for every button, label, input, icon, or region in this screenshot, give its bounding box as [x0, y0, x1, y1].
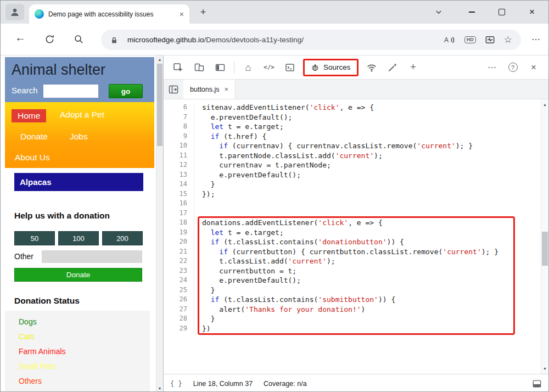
line-number[interactable]: 8	[164, 122, 194, 132]
code-text[interactable]: if (t.href) {	[194, 132, 266, 142]
alpacas-banner[interactable]: Alpacas	[14, 173, 143, 191]
search-icon[interactable]	[74, 34, 84, 44]
code-text[interactable]: if (currentbutton) { currentbutton.class…	[194, 247, 498, 257]
code-text[interactable]: e.preventDefault();	[194, 170, 301, 180]
page-scrollbar[interactable]: ▲ ▼	[156, 55, 163, 392]
line-number[interactable]: 26	[164, 295, 194, 305]
maximize-button[interactable]	[492, 1, 511, 24]
scroll-down-icon[interactable]: ▼	[156, 387, 163, 390]
line-number[interactable]: 28	[164, 314, 194, 324]
line-number[interactable]: 7	[164, 113, 194, 122]
site-search-input[interactable]	[43, 85, 98, 98]
tab-network-icon[interactable]	[363, 59, 380, 76]
window-close-button[interactable]: ×	[523, 1, 541, 24]
address-bar[interactable]: microsoftedge.github.io/Demos/devtools-a…	[101, 30, 521, 50]
pretty-print-icon[interactable]: { }	[170, 380, 182, 388]
favorites-star-icon[interactable]: ☆	[504, 35, 512, 44]
line-number[interactable]: 18	[164, 218, 194, 228]
inspect-icon[interactable]	[170, 59, 187, 76]
line-number[interactable]: 24	[164, 276, 194, 285]
back-button[interactable]: ←	[15, 31, 26, 44]
line-number[interactable]: 19	[164, 228, 194, 238]
devtools-close-icon[interactable]: ×	[525, 59, 542, 76]
line-number[interactable]: 13	[164, 170, 194, 180]
code-text[interactable]: });	[194, 189, 215, 199]
line-number[interactable]: 27	[164, 305, 194, 315]
code-text[interactable]: e.preventDefault();	[194, 276, 301, 285]
code-text[interactable]: let t = e.target;	[194, 228, 284, 238]
layout-panel-icon[interactable]	[212, 59, 228, 76]
hd-icon[interactable]: HD	[464, 36, 476, 43]
code-text[interactable]: }	[194, 285, 215, 295]
browser-menu-icon[interactable]: ⋯	[531, 34, 540, 44]
editor-scrollbar[interactable]: ▲ ▼	[541, 100, 548, 374]
scroll-up-icon[interactable]: ▲	[156, 58, 163, 61]
editor-scroll-up-icon[interactable]: ▲	[541, 103, 548, 107]
donation-amount-50[interactable]: 50	[14, 231, 55, 245]
donation-amount-100[interactable]: 100	[58, 231, 99, 245]
line-number[interactable]: 20	[164, 237, 194, 247]
line-number[interactable]: 16	[164, 199, 194, 209]
wand-icon[interactable]	[384, 59, 401, 76]
code-text[interactable]: sitenav.addEventListener('click', e => {	[194, 103, 374, 113]
tab-welcome-home-icon[interactable]: ⌂	[240, 59, 256, 76]
line-number[interactable]: 21	[164, 247, 194, 257]
tab-console-icon[interactable]	[282, 59, 298, 76]
nav-item-jobs[interactable]: Jobs	[70, 132, 88, 142]
code-text[interactable]: t.classList.add('current');	[194, 256, 335, 266]
code-text[interactable]: let t = e.target;	[194, 122, 284, 132]
dock-icon[interactable]	[532, 379, 542, 389]
devtools-menu-icon[interactable]: ⋯	[484, 59, 500, 76]
refresh-button[interactable]	[44, 34, 55, 44]
line-number[interactable]: 17	[164, 209, 194, 219]
code-text[interactable]: })	[194, 324, 211, 334]
line-number[interactable]: 6	[164, 103, 194, 113]
code-text[interactable]: currentbutton = t;	[194, 266, 296, 276]
line-number[interactable]: 23	[164, 266, 194, 276]
browser-essentials-icon[interactable]	[485, 35, 495, 45]
code-text[interactable]: alert('Thanks for your donation!')	[194, 305, 365, 315]
line-number[interactable]: 29	[164, 324, 194, 334]
tab-elements-icon[interactable]: </>	[261, 59, 277, 76]
line-number[interactable]: 25	[164, 285, 194, 295]
device-toolbar-icon[interactable]	[191, 59, 208, 76]
more-tabs-plus-icon[interactable]: +	[405, 59, 422, 76]
code-text[interactable]: donations.addEventListener('click', e =>…	[194, 218, 383, 228]
line-number[interactable]: 22	[164, 256, 194, 266]
nav-item-home[interactable]: Home	[12, 109, 46, 122]
nav-item-donate[interactable]: Donate	[20, 132, 48, 142]
line-number[interactable]: 11	[164, 151, 194, 161]
profile-avatar[interactable]	[5, 4, 24, 20]
code-text[interactable]: t.parentNode.classList.add('current');	[194, 151, 383, 161]
code-text[interactable]: if (t.classList.contains('donationbutton…	[194, 237, 404, 247]
navigator-toggle-icon[interactable]	[164, 80, 183, 99]
code-text[interactable]: if (t.classList.contains('submitbutton')…	[194, 295, 395, 305]
code-text[interactable]: }	[194, 180, 215, 189]
line-number[interactable]: 12	[164, 160, 194, 170]
page-scroll-thumb[interactable]	[157, 64, 163, 146]
line-number[interactable]: 14	[164, 180, 194, 189]
file-tab-buttons-js[interactable]: buttons.js ×	[183, 80, 236, 99]
help-icon[interactable]: ?	[505, 59, 521, 76]
new-tab-button[interactable]: +	[196, 5, 210, 19]
code-text[interactable]: }	[194, 314, 215, 324]
editor-scroll-thumb[interactable]	[542, 232, 548, 266]
nav-item-adopt-a-pet[interactable]: Adopt a Pet	[60, 110, 104, 120]
line-number[interactable]: 9	[164, 132, 194, 142]
tab-sources[interactable]: Sources	[303, 59, 358, 76]
code-text[interactable]: e.preventDefault();	[194, 113, 292, 122]
file-tab-close-icon[interactable]: ×	[225, 85, 229, 93]
search-go-button[interactable]: go	[109, 84, 143, 98]
donate-button[interactable]: Donate	[14, 268, 142, 282]
read-aloud-icon[interactable]: A	[444, 35, 456, 44]
donation-amount-200[interactable]: 200	[102, 231, 143, 245]
line-number[interactable]: 10	[164, 141, 194, 151]
code-text[interactable]: if (currentnav) { currentnav.classList.r…	[194, 141, 473, 151]
other-amount-input[interactable]	[42, 250, 142, 263]
nav-item-about-us[interactable]: About Us	[15, 153, 50, 163]
tab-search-chevron-icon[interactable]	[429, 1, 448, 24]
browser-tab[interactable]: Demo page with accessibility issues ×	[29, 4, 189, 24]
tab-close-icon[interactable]: ×	[180, 10, 184, 18]
code-editor[interactable]: 6sitenav.addEventListener('click', e => …	[164, 100, 541, 374]
code-text[interactable]: currentnav = t.parentNode;	[194, 160, 331, 170]
